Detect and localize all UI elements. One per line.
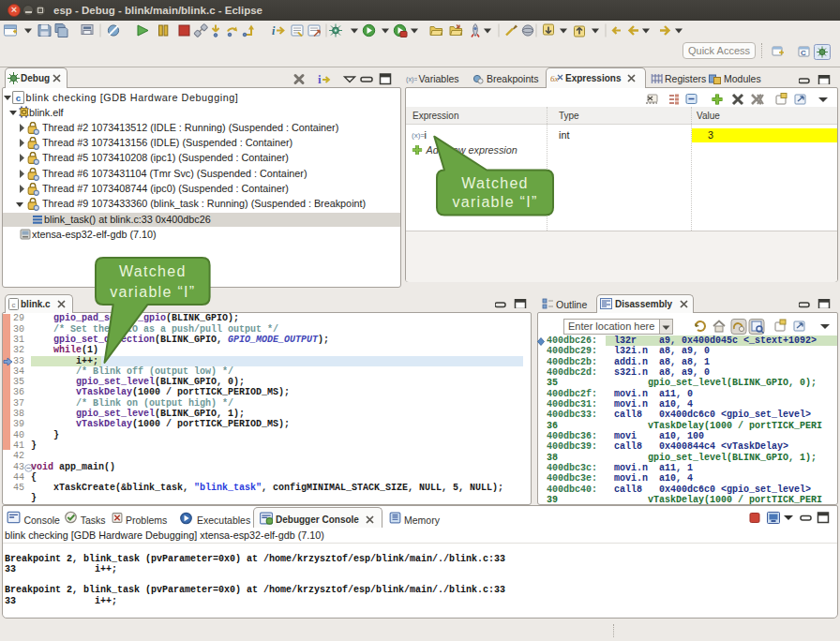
svg-text:Watched: Watched	[461, 175, 529, 191]
svg-text:variable “I”: variable “I”	[452, 194, 537, 210]
svg-text:Watched: Watched	[119, 263, 187, 279]
svg-text:variable “I”: variable “I”	[110, 284, 195, 300]
